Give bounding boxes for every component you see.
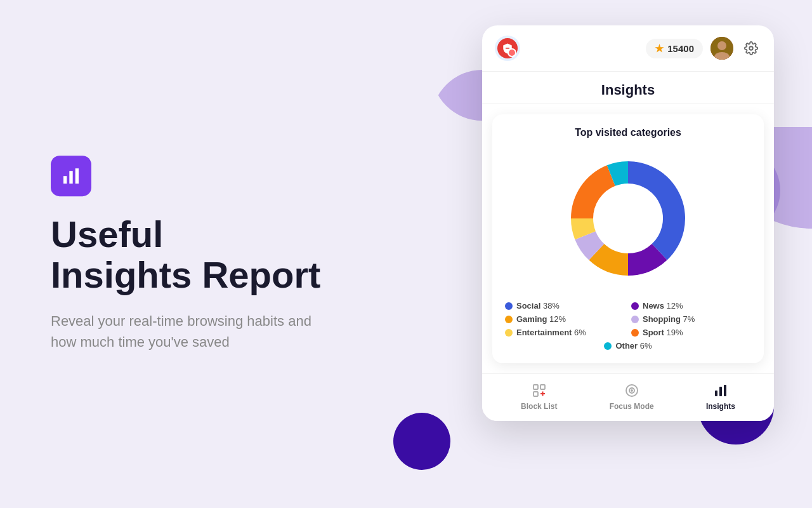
- insights-nav-label: Insights: [706, 402, 735, 411]
- focusmode-svg: [624, 383, 639, 398]
- left-section: Useful Insights Report Reveal your real-…: [51, 156, 381, 352]
- subtitle: Reveal your real-time browsing habits an…: [51, 311, 317, 352]
- user-avatar[interactable]: [710, 37, 733, 60]
- points-value: 15400: [667, 43, 694, 54]
- svg-rect-16: [715, 391, 717, 396]
- legend-item-other: Other 6%: [505, 341, 751, 351]
- legend-dot-shopping: [631, 316, 639, 323]
- legend-dot-sport: [631, 329, 639, 337]
- points-badge: ★ 15400: [646, 39, 703, 58]
- nav-item-insights[interactable]: Insights: [706, 382, 735, 411]
- svg-rect-18: [724, 385, 726, 396]
- star-symbol: ★: [655, 43, 664, 55]
- svg-rect-8: [534, 385, 538, 389]
- browser-topbar: ★ 15400: [482, 25, 774, 72]
- legend-dot-other: [604, 342, 612, 350]
- legend-text-social: Social 38%: [516, 301, 560, 311]
- app-icon-box: [51, 156, 91, 196]
- legend-item-social: Social 38%: [505, 301, 625, 311]
- app-logo: [495, 36, 520, 61]
- svg-rect-10: [534, 392, 538, 396]
- legend-dot-news: [631, 302, 639, 310]
- chart-title: Top visited categories: [505, 127, 751, 138]
- chart-legend: Social 38%News 12%Gaming 12%Shopping 7%E…: [505, 301, 751, 351]
- svg-point-5: [717, 41, 726, 50]
- legend-dot-entertainment: [505, 329, 513, 337]
- legend-item-entertainment: Entertainment 6%: [505, 328, 625, 337]
- shield-inner-icon: [502, 43, 513, 54]
- legend-text-sport: Sport 19%: [643, 328, 683, 337]
- main-title: Useful Insights Report: [51, 214, 381, 295]
- blocklist-icon: [530, 382, 548, 399]
- donut-chart: [505, 149, 751, 288]
- bottom-nav: Block List Focus Mode Insights: [482, 373, 774, 421]
- gear-svg: [744, 41, 758, 55]
- insights-page-title: Insights: [482, 72, 774, 104]
- topbar-right: ★ 15400: [646, 37, 761, 60]
- legend-item-gaming: Gaming 12%: [505, 314, 625, 324]
- legend-item-sport: Sport 19%: [631, 328, 751, 337]
- blocklist-svg: [532, 383, 547, 398]
- deco-shape-bottom-left: [393, 413, 450, 470]
- segment-sport: [571, 165, 615, 218]
- segment-social: [628, 161, 685, 260]
- legend-text-shopping: Shopping 7%: [643, 314, 695, 324]
- focusmode-label: Focus Mode: [610, 402, 654, 411]
- svg-point-7: [749, 46, 753, 50]
- svg-rect-1: [69, 171, 72, 184]
- browser-panel: ★ 15400 Insights Top visited categories: [482, 25, 774, 421]
- svg-rect-17: [719, 387, 722, 396]
- legend-text-other: Other 6%: [615, 341, 652, 351]
- legend-dot-social: [505, 302, 513, 310]
- legend-text-gaming: Gaming 12%: [516, 314, 566, 324]
- svg-rect-9: [540, 385, 545, 389]
- svg-rect-2: [75, 168, 79, 184]
- blocklist-label: Block List: [521, 402, 557, 411]
- legend-text-news: News 12%: [643, 301, 683, 311]
- nav-item-focusmode[interactable]: Focus Mode: [610, 382, 654, 411]
- settings-icon[interactable]: [741, 38, 761, 58]
- legend-item-shopping: Shopping 7%: [631, 314, 751, 324]
- avatar-image: [710, 37, 733, 60]
- bar-chart-icon: [61, 166, 81, 186]
- donut-svg: [558, 149, 698, 288]
- focusmode-icon: [623, 382, 641, 399]
- chart-card: Top visited categories Social 38%News 12…: [492, 114, 764, 363]
- legend-dot-gaming: [505, 316, 513, 323]
- svg-point-15: [631, 390, 632, 391]
- svg-rect-0: [63, 176, 67, 184]
- shield-icon: [497, 38, 518, 58]
- legend-text-entertainment: Entertainment 6%: [516, 328, 586, 337]
- insights-nav-svg: [713, 383, 728, 398]
- nav-item-blocklist[interactable]: Block List: [521, 382, 557, 411]
- insights-nav-icon: [712, 382, 730, 399]
- legend-item-news: News 12%: [631, 301, 751, 311]
